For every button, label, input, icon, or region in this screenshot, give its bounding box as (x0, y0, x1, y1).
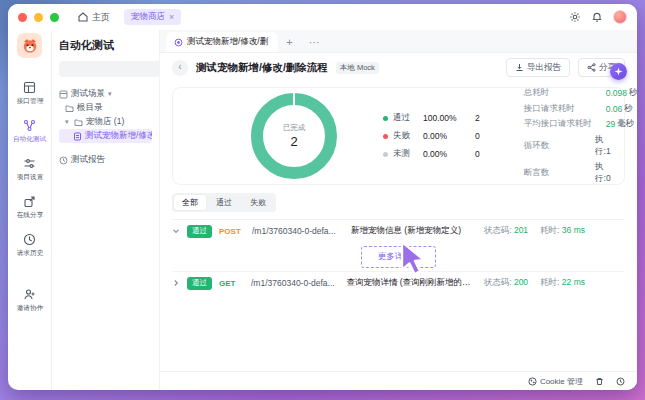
tree-label: 测试场景 (71, 88, 105, 100)
cookie-manager-button[interactable]: Cookie 管理 (528, 376, 583, 387)
stat-avg-request-time: 平均接口请求耗时 29 毫秒 (524, 118, 637, 130)
tree-label: 测试报告 (71, 154, 105, 166)
trash-button[interactable] (595, 377, 604, 386)
export-report-button[interactable]: 导出报告 (506, 58, 570, 77)
status-code: 状态码: 200 (484, 277, 528, 289)
filter-tab-all[interactable]: 全部 (174, 195, 206, 210)
chevron-down-icon: ▾ (108, 90, 114, 98)
request-path: /m1/3760340-0-defa... (252, 226, 344, 236)
assistant-float-button[interactable] (610, 63, 627, 80)
api-grid-icon (23, 81, 36, 94)
result-list: 通过 POST /m1/3760340-0-defa... 新增宠物信息 (新增… (172, 219, 625, 294)
tab-overflow-button[interactable]: ··· (301, 36, 328, 52)
logo-icon (21, 37, 39, 55)
home-icon (77, 11, 89, 23)
invite-person-icon (23, 288, 36, 301)
report-clock-icon (59, 156, 68, 165)
rail-item-online-share[interactable]: 在线分享 (16, 195, 44, 220)
rail-label: 接口管理 (16, 96, 43, 106)
tree-item-pet-shop-folder[interactable]: ▾ 宠物店 (1) (59, 115, 152, 129)
tree-label: 测试宠物新增/修改/删... (85, 130, 152, 142)
home-tab-label: 主页 (92, 11, 110, 24)
elapsed-time: 耗时: 36 ms (540, 225, 585, 237)
rail-label: 请求历史 (16, 248, 43, 258)
filter-tab-pass[interactable]: 通过 (208, 195, 240, 210)
home-tab[interactable]: 主页 (77, 11, 110, 24)
document-tab-active[interactable]: 测试宠物新增/修改/删 (166, 32, 278, 52)
filter-tab-fail[interactable]: 失败 (242, 195, 274, 210)
method-label: GET (219, 279, 244, 288)
rail-item-invite[interactable]: 邀请协作 (16, 288, 44, 313)
result-row-get[interactable]: 通过 GET /m1/3760340-0-defa... 查询宠物详情 (查询刚… (172, 272, 625, 294)
new-tab-button[interactable]: + (278, 36, 300, 52)
scenarios-icon (59, 90, 68, 99)
legend-row-fail: 失败 0.00% 0 (383, 130, 480, 142)
trash-icon (595, 377, 604, 386)
untested-dot-icon (383, 152, 388, 157)
elapsed-time: 耗时: 22 ms (540, 277, 585, 289)
chevron-down-icon[interactable] (172, 227, 180, 235)
traffic-lights (18, 13, 59, 22)
test-case-icon (73, 132, 82, 141)
report-title: 测试宠物新增/修改/删除流程 (196, 61, 328, 75)
stat-loop-count: 循环数 执行:1 失败:0 (524, 134, 637, 158)
export-report-label: 导出报告 (527, 62, 561, 74)
tree-section-scenarios[interactable]: 测试场景 ▾ (59, 87, 152, 101)
tree-section-reports[interactable]: 测试报告 (59, 153, 152, 167)
project-tab[interactable]: 宠物商店 × (124, 9, 181, 25)
folder-open-icon (74, 118, 83, 127)
status-code: 状态码: 201 (484, 225, 528, 237)
report-header: ‹ 测试宠物新增/修改/删除流程 本地 Mock 导出报告 分享 (160, 53, 637, 82)
sparkle-icon (614, 67, 623, 76)
rail-label: 邀请协作 (16, 303, 43, 313)
donut-center-value: 2 (290, 134, 297, 149)
tree-label: 宠物店 (1) (86, 116, 124, 128)
cookie-manager-label: Cookie 管理 (540, 376, 583, 387)
rail-item-api-management[interactable]: 接口管理 (16, 81, 44, 106)
tree-label: 根目录 (77, 102, 103, 114)
tree-item-test-case[interactable]: 测试宠物新增/修改/删... (59, 129, 152, 143)
result-filter-bar: 全部 通过 失败 (172, 193, 625, 212)
share-icon (23, 195, 36, 208)
summary-stats: 总耗时 0.098 秒 接口请求耗时 0.06 秒 平均接口请求耗时 29 (524, 87, 637, 185)
tab-target-icon (174, 38, 183, 47)
rail-item-request-history[interactable]: 请求历史 (16, 233, 44, 258)
stat-assertion-count: 断言数 执行:0 失败:0 (524, 161, 637, 185)
legend-row-pass: 通过 100.00% 2 (383, 112, 480, 124)
stat-total-time: 总耗时 0.098 秒 (524, 87, 637, 99)
tree-item-root-dir[interactable]: 根目录 (59, 101, 152, 115)
settings-gear-icon[interactable] (569, 11, 581, 23)
rail-item-automated-testing[interactable]: 自动化测试 (12, 119, 47, 144)
document-tabbar: 测试宠物新增/修改/删 + ··· (160, 30, 637, 53)
chevron-right-icon[interactable] (172, 279, 180, 287)
zoom-window-button[interactable] (50, 13, 59, 22)
cookie-icon (528, 377, 537, 386)
stat-request-time: 接口请求耗时 0.06 秒 (524, 103, 637, 115)
pass-dot-icon (383, 116, 388, 121)
clock-icon (616, 377, 625, 386)
result-row-post[interactable]: 通过 POST /m1/3760340-0-defa... 新增宠物信息 (新增… (172, 220, 625, 242)
rail-label: 项目设置 (16, 172, 43, 182)
share-nodes-icon (587, 63, 596, 72)
folder-icon (65, 104, 74, 113)
rail-item-project-settings[interactable]: 项目设置 (16, 157, 44, 182)
statusbar: Cookie 管理 (160, 371, 637, 390)
sidebar-title: 自动化测试 (59, 38, 152, 53)
project-tab-close-icon[interactable]: × (169, 12, 174, 22)
minimize-window-button[interactable] (34, 13, 43, 22)
project-tab-label: 宠物商店 (131, 11, 165, 23)
back-button[interactable]: ‹ (172, 60, 188, 76)
step-name: 查询宠物详情 (查询刚刚新增的宠物) (346, 277, 476, 289)
sliders-icon (23, 157, 36, 170)
close-window-button[interactable] (18, 13, 27, 22)
download-icon (515, 63, 524, 72)
request-path: /m1/3760340-0-defa... (251, 278, 339, 288)
app-logo[interactable] (17, 33, 42, 58)
legend-row-untested: 未测 0.00% 0 (383, 148, 480, 160)
user-avatar[interactable] (613, 10, 627, 24)
more-details-button[interactable]: 更多详情 > (361, 246, 436, 268)
timer-button[interactable] (616, 377, 625, 386)
icon-rail: 接口管理 自动化测试 项目设置 在线分享 请求历史 邀请协作 (8, 30, 52, 390)
fail-dot-icon (383, 134, 388, 139)
notifications-bell-icon[interactable] (591, 11, 603, 23)
